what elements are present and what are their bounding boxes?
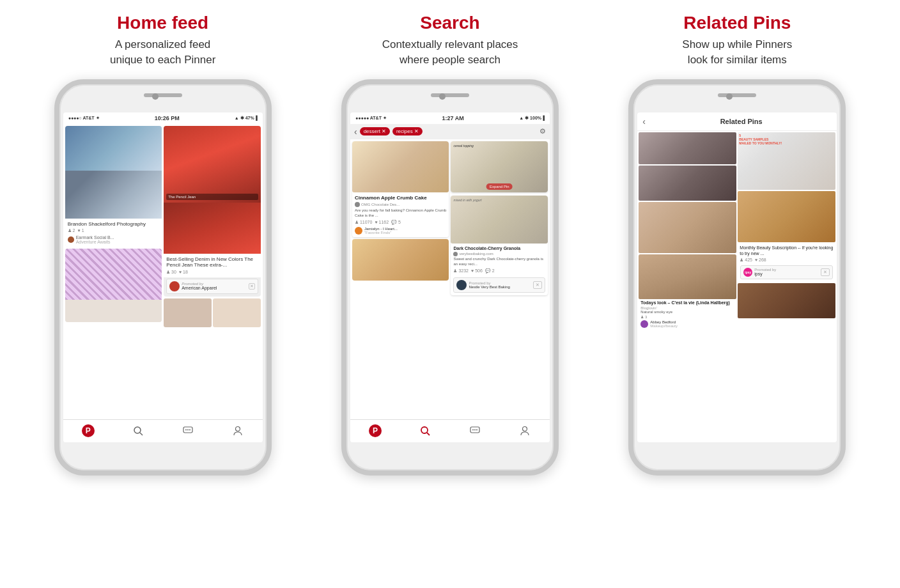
jamielyn-info: Jamielyn - I Heart... "Favorite Finds" — [364, 227, 398, 235]
samples-img[interactable]: 5BEAUTY SAMPLESMAILED TO YOU MONTHLY! — [738, 132, 835, 190]
pin-likes: ♥ 1 — [78, 228, 84, 233]
pin-fashion[interactable]: The Pencil Jean Best-Selling Denim in Ne… — [164, 126, 261, 297]
nav-messages-1[interactable] — [179, 422, 197, 440]
granola-stats: ♟ 3232 ♥ 506 💬 2 — [453, 268, 545, 274]
status-bar-2: ●●●●● AT&T ✦ 1:27 AM ▲ ✱ 100%▐ — [350, 112, 550, 124]
pin-cinnamon[interactable]: Cinnamon Apple Crumb Cake OMG Chocolate … — [352, 141, 449, 237]
nav-search-1[interactable] — [129, 422, 147, 440]
pin-landscape-stats: ♟ 2 ♥ 1 — [68, 228, 160, 233]
nav-messages-2[interactable] — [466, 422, 484, 440]
carrier-1: ●●●●○ AT&T ✦ — [68, 116, 100, 121]
pin-cereal[interactable]: cereal topping Expand Pin — [451, 141, 548, 192]
pin-fashion-stats: ♟ 30 ♥ 18 — [166, 270, 258, 275]
ipsy-close[interactable]: ✕ — [821, 268, 830, 276]
granola-close[interactable]: ✕ — [533, 281, 542, 289]
pin-knit[interactable] — [65, 249, 162, 322]
phone-camera-2 — [439, 93, 446, 100]
filter-icon[interactable]: ⚙ — [539, 127, 546, 135]
fashion-likes: ♥ 18 — [179, 270, 188, 275]
svg-point-12 — [476, 429, 477, 431]
cinnamon-img — [352, 141, 449, 192]
search-bar: ‹ dessert ✕ recipes ✕ ⚙ — [350, 124, 550, 139]
granola-source-text: verybestbaking.com — [459, 252, 493, 256]
pin-fashion-title: Best-Selling Denim in New Colors The Pen… — [166, 256, 258, 268]
time-2: 1:27 AM — [442, 115, 464, 121]
expand-pin[interactable]: Expand Pin — [486, 183, 513, 190]
related-title: Related Pins — [651, 118, 832, 125]
svg-point-3 — [185, 429, 187, 431]
abbey-avatar — [640, 320, 648, 328]
search-results: Cinnamon Apple Crumb Cake OMG Chocolate … — [350, 139, 550, 419]
cereal-img: cereal topping Expand Pin — [451, 141, 548, 192]
tag-dessert-label: dessert — [364, 128, 380, 134]
search-tag-dessert[interactable]: dessert ✕ — [360, 127, 390, 135]
granola-desc: Sweet and crunchy Dark Chocolate-cherry … — [453, 257, 545, 267]
related-col-right: 5BEAUTY SAMPLESMAILED TO YOU MONTHLY! Mo… — [738, 132, 835, 441]
nestle-avatar — [456, 280, 467, 290]
linda-img — [639, 254, 736, 299]
search-column: Search Contextually relevant placeswhere… — [313, 13, 587, 476]
ipsy-avatar: ipsy — [743, 268, 752, 277]
nav-search-2[interactable] — [416, 422, 434, 440]
small-pin-1[interactable] — [164, 298, 212, 327]
search-icon-1 — [133, 426, 143, 436]
source-dot — [355, 202, 360, 207]
ipsy-saves: ♟ 425 — [740, 258, 752, 263]
related-col-left: Todays look – C'est la vie (Linda Hallbe… — [639, 132, 736, 441]
search-tag-recipes[interactable]: recipes ✕ — [392, 127, 423, 135]
samples-text: 5BEAUTY SAMPLESMAILED TO YOU MONTHLY! — [739, 134, 834, 145]
related-header: ‹ Related Pins — [637, 112, 837, 131]
pinterest-icon: P — [82, 424, 95, 437]
tag-recipes-remove[interactable]: ✕ — [414, 128, 419, 134]
user-info: Earmark Social B... Adventure Awaits — [76, 235, 114, 244]
beauty-eyes1[interactable] — [639, 132, 736, 164]
cinnamon-info: Cinnamon Apple Crumb Cake OMG Chocolate … — [352, 192, 449, 237]
pin-landscape-title: Brandon Shackelford Photography — [68, 221, 160, 228]
cinnamon-title: Cinnamon Apple Crumb Cake — [355, 195, 447, 201]
nav-pinterest[interactable]: P — [79, 422, 97, 440]
abbey-info: Abbey Bedford Makeup//beauty — [650, 320, 678, 328]
search-col-left: Cinnamon Apple Crumb Cake OMG Chocolate … — [352, 141, 449, 417]
linda-sub: Natural smoky eye — [640, 310, 734, 314]
search-title: Search — [420, 13, 479, 33]
phone-camera — [152, 93, 159, 100]
pin-granola[interactable]: mixed in with yogurt Dark Chocolate-Cher… — [451, 196, 548, 295]
nav-pinterest-2[interactable]: P — [366, 422, 384, 440]
status-left-1: ●●●●○ AT&T ✦ — [68, 116, 100, 121]
nav-profile-1[interactable] — [229, 422, 247, 440]
cinnamon-user: Jamielyn - I Heart... "Favorite Finds" — [355, 227, 447, 235]
nestle-name: Nestle Very Best Baking — [469, 285, 509, 289]
back-arrow[interactable]: ‹ — [354, 127, 357, 137]
pinterest-icon-2: P — [369, 424, 382, 437]
search-desc: Contextually relevant placeswhere people… — [382, 37, 518, 68]
masonry-col-right: The Pencil Jean Best-Selling Denim in Ne… — [164, 126, 261, 417]
related-back[interactable]: ‹ — [642, 116, 646, 127]
ipsy-promoted: ipsy Promoted by ipsy ✕ — [740, 265, 833, 279]
beauty-face[interactable] — [639, 202, 736, 253]
ipsy-info: Monthly Beauty Subscription -- If you're… — [738, 244, 835, 264]
abbey-board: Makeup//beauty — [650, 324, 678, 328]
food-extra[interactable] — [352, 239, 449, 281]
pin-landscape[interactable]: Brandon Shackelford Photography ♟ 2 ♥ 1 — [65, 126, 162, 247]
nav-profile-2[interactable] — [516, 422, 534, 440]
ipsy-stats: ♟ 425 ♥ 268 — [740, 258, 834, 263]
promoted-close[interactable]: ✕ — [249, 283, 255, 290]
palette-img[interactable] — [738, 283, 835, 318]
granola-title: Dark Chocolate-Cherry Granola — [453, 246, 545, 251]
ipsy-pin[interactable]: Monthly Beauty Subscription -- If you're… — [738, 244, 835, 282]
svg-point-10 — [472, 429, 474, 431]
carrier-2: ●●●●● AT&T ✦ — [355, 116, 387, 121]
tag-dessert-remove[interactable]: ✕ — [382, 128, 386, 134]
granola-info: Dark Chocolate-Cherry Granola verybestba… — [451, 244, 548, 276]
messages-icon-2 — [470, 426, 480, 435]
search-phone: ●●●●● AT&T ✦ 1:27 AM ▲ ✱ 100%▐ ‹ dessert… — [341, 79, 559, 476]
beauty-eyes2[interactable] — [639, 166, 736, 201]
makeup-img[interactable] — [738, 191, 835, 242]
promoted-badge: Promoted by American Apparel ✕ — [166, 279, 258, 294]
linda-pin[interactable]: Todays look – C'est la vie (Linda Hallbe… — [639, 254, 736, 441]
promoted-info: Promoted by American Apparel — [182, 282, 217, 290]
small-grid — [164, 298, 261, 327]
related-pins-desc: Show up while Pinnerslook for similar it… — [682, 37, 792, 68]
cereal-label: cereal topping — [453, 144, 545, 148]
small-pin-2[interactable] — [213, 298, 261, 327]
